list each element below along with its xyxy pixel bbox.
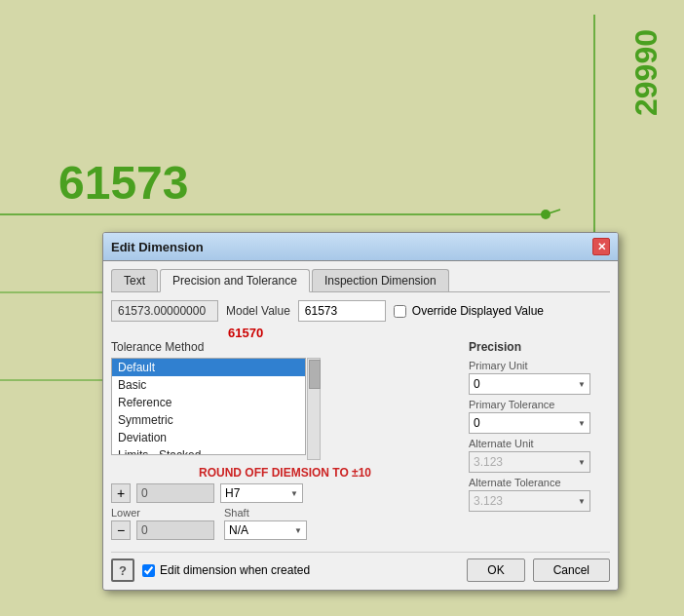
edit-when-created-checkbox[interactable] (142, 564, 155, 577)
shaft-select[interactable]: N/A ▼ (224, 520, 307, 540)
alternate-unit-label: Alternate Unit (469, 438, 610, 449)
shaft-group: Shaft N/A ▼ (224, 507, 307, 540)
edit-when-created-label: Edit dimension when created (160, 563, 310, 577)
precision-label: Precision (469, 340, 610, 354)
tab-text[interactable]: Text (111, 269, 158, 291)
primary-unit-arrow: ▼ (578, 380, 586, 389)
dialog-titlebar: Edit Dimension ✕ (103, 233, 618, 261)
override-checkbox[interactable] (394, 305, 406, 318)
upper-value-input[interactable] (136, 483, 214, 503)
tolerance-item-default[interactable]: Default (112, 359, 305, 376)
left-panel: Tolerance Method Default Basic Reference… (111, 340, 459, 540)
primary-tolerance-select[interactable]: 0 ▼ (469, 412, 590, 434)
tab-precision-tolerance[interactable]: Precision and Tolerance (160, 269, 310, 292)
upper-increment-btn[interactable]: + (111, 483, 131, 503)
tolerance-item-symmetric[interactable]: Symmetric (112, 411, 305, 429)
tolerance-item-limits-stacked[interactable]: Limits - Stacked (112, 446, 305, 455)
tolerance-method-label: Tolerance Method (111, 340, 459, 354)
primary-tolerance-value: 0 (474, 416, 480, 430)
shaft-label: Shaft (224, 507, 307, 519)
alternate-tolerance-arrow: ▼ (578, 497, 586, 506)
tab-bar: Text Precision and Tolerance Inspection … (111, 269, 610, 292)
h7-select[interactable]: H7 ▼ (220, 483, 303, 503)
lower-value-input[interactable] (136, 520, 214, 540)
alternate-tolerance-value: 3.123 (474, 494, 503, 508)
ok-button[interactable]: OK (467, 558, 524, 582)
tolerance-item-deviation[interactable]: Deviation (112, 429, 305, 446)
tolerance-list-container: Default Basic Reference Symmetric Deviat… (111, 358, 321, 460)
model-value-row: 61573.00000000 Model Value Override Disp… (111, 300, 610, 322)
primary-unit-select[interactable]: 0 ▼ (469, 373, 590, 395)
tolerance-item-basic[interactable]: Basic (112, 376, 305, 394)
tolerance-item-reference[interactable]: Reference (112, 394, 305, 411)
lower-label: Lower (111, 507, 214, 519)
h7-select-value: H7 (225, 486, 240, 500)
cad-dimension-left: 61573 (58, 156, 188, 210)
help-button[interactable]: ? (111, 558, 134, 582)
alternate-tolerance-label: Alternate Tolerance (469, 477, 610, 488)
alternate-unit-select[interactable]: 3.123 ▼ (469, 451, 590, 473)
shaft-select-arrow: ▼ (294, 526, 302, 535)
primary-tolerance-arrow: ▼ (578, 419, 586, 428)
round-off-label: ROUND OFF DIEMSION TO ±10 (111, 466, 459, 480)
primary-tolerance-label: Primary Tolerance (469, 399, 610, 410)
red-computed-value: 61570 (228, 326, 610, 340)
shaft-select-value: N/A (229, 523, 248, 537)
model-value-input[interactable] (298, 300, 386, 322)
svg-point-1 (541, 210, 551, 219)
svg-line-2 (546, 210, 560, 214)
model-value-label: Model Value (226, 304, 290, 318)
close-button[interactable]: ✕ (592, 238, 610, 255)
lower-group: Lower − (111, 507, 214, 540)
primary-unit-label: Primary Unit (469, 360, 610, 371)
override-label: Override Displayed Value (412, 304, 544, 318)
tab-inspection-dimension[interactable]: Inspection Dimension (312, 269, 449, 291)
bottom-bar: ? Edit dimension when created OK Cancel (111, 552, 610, 582)
primary-unit-value: 0 (474, 377, 480, 391)
override-row: Override Displayed Value (394, 304, 544, 318)
dialog-buttons: OK Cancel (467, 558, 610, 582)
upper-row: + H7 ▼ (111, 483, 459, 503)
cad-dimension-right: 29990 (628, 29, 665, 116)
dialog-body: Text Precision and Tolerance Inspection … (103, 261, 618, 590)
dialog-title: Edit Dimension (111, 240, 204, 254)
alternate-tolerance-select[interactable]: 3.123 ▼ (469, 490, 590, 512)
scrollbar-thumb[interactable] (309, 360, 321, 389)
tolerance-list[interactable]: Default Basic Reference Symmetric Deviat… (111, 358, 306, 455)
main-body: Tolerance Method Default Basic Reference… (111, 340, 610, 540)
cancel-button[interactable]: Cancel (533, 558, 610, 582)
scrollbar-track[interactable] (307, 358, 321, 460)
model-value-display: 61573.00000000 (111, 300, 218, 322)
h7-select-arrow: ▼ (290, 489, 298, 498)
edit-when-created-row: Edit dimension when created (142, 563, 310, 577)
right-panel: Precision Primary Unit 0 ▼ Primary Toler… (469, 340, 610, 540)
alternate-unit-arrow: ▼ (578, 458, 586, 467)
alternate-unit-value: 3.123 (474, 455, 503, 469)
edit-dimension-dialog: Edit Dimension ✕ Text Precision and Tole… (102, 232, 619, 591)
lower-shaft-row: Lower − Shaft N/A ▼ (111, 507, 459, 540)
lower-decrement-btn[interactable]: − (111, 520, 131, 540)
